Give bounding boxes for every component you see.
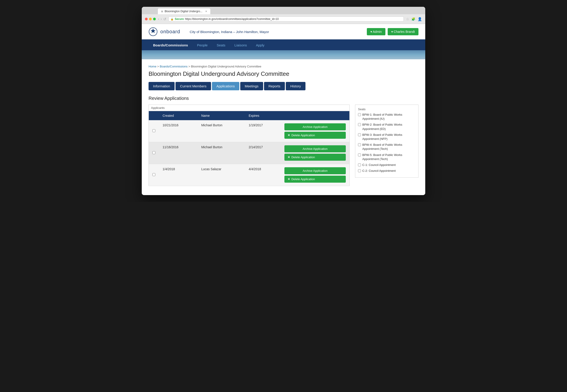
forward-button[interactable]: › [161,17,162,21]
seat-item: BPW-5: Board of Public Works Appointment… [358,153,415,161]
row1-archive-button[interactable]: Archive Application [284,123,346,130]
refresh-button[interactable]: ↺ [163,17,166,21]
section-title: Review Applications [149,96,418,101]
seat-item: BPW-3: Board of Public Works Appointment… [358,133,415,141]
row3-checkbox[interactable] [152,173,155,176]
row2-delete-button[interactable]: ✕ Delete Application [284,154,346,161]
bookmark-icon[interactable]: ☆ [406,17,409,21]
onboard-logo-icon [149,27,158,36]
nav-item-boards[interactable]: Boards/Commissions [149,40,192,50]
minimize-button[interactable] [149,18,152,20]
traffic-lights [145,18,156,20]
applicants-label: Applicants [149,105,350,111]
col-expires: Expires [245,111,281,120]
seat3-label: BPW-4: Board of Public Works Appointment… [362,143,415,151]
row2-archive-button[interactable]: Archive Application [284,145,346,152]
seat4-checkbox[interactable] [358,154,361,156]
seat3-checkbox[interactable] [358,143,361,146]
row3-expires: 4/4/2018 [245,164,281,186]
row3-delete-button[interactable]: ✕ Delete Application [284,176,346,183]
logo-text: onboard [160,29,180,35]
browser-nav: ‹ › ↺ [158,17,166,21]
row2-checkbox-cell [149,142,159,164]
row1-action-buttons: Archive Application ✕ Delete Application [284,123,346,139]
delete-x-icon: ✕ [288,177,290,181]
seat6-label: C-2: Council Appointment [362,169,396,173]
breadcrumb-boards[interactable]: Boards/Commissions [160,65,188,68]
seat-item: BPW-4: Board of Public Works Appointment… [358,143,415,151]
seat-item: BPW-2: Board of Public Works Appointment… [358,123,415,131]
row3-actions: Archive Application ✕ Delete Application [281,164,350,186]
admin-button[interactable]: ▾ Admin [367,28,385,35]
col-name: Name [198,111,245,120]
row3-name: Lucas Salazar [198,164,245,186]
seat1-checkbox[interactable] [358,123,361,126]
row1-delete-button[interactable]: ✕ Delete Application [284,132,346,139]
review-layout: Applicants Created Name Expires [149,105,418,186]
app-header: onboard City of Bloomington, Indiana – J… [142,24,425,40]
address-bar[interactable]: 🔒 Secure https://bloomington.in.gov/onbo… [169,16,404,22]
nav-item-seats[interactable]: Seats [212,40,230,50]
browser-tab[interactable]: 🗎 Bloomington Digital Undergro... ✕ [158,8,211,14]
seat0-label: BPW-1: Board of Public Works Appointment… [362,113,415,121]
table-row: 11/16/2016 Michael Burton 2/14/2017 Arch… [149,142,350,164]
row2-name: Michael Burton [198,142,245,164]
delete-x-icon: ✕ [288,134,290,137]
row1-checkbox-cell [149,120,159,142]
row3-delete-label: Delete Application [291,177,315,181]
row1-created: 10/21/2016 [159,120,198,142]
page-title: Bloomington Digital Underground Advisory… [149,70,418,77]
seat1-label: BPW-2: Board of Public Works Appointment… [362,123,415,131]
row1-name: Michael Burton [198,120,245,142]
row2-created: 11/16/2016 [159,142,198,164]
table-row: 1/4/2018 Lucas Salazar 4/4/2018 Archive … [149,164,350,186]
row2-checkbox[interactable] [152,151,155,154]
tab-title: Bloomington Digital Undergro... [165,10,202,13]
row3-checkbox-cell [149,164,159,186]
table-header-row: Created Name Expires [149,111,350,120]
svg-point-1 [152,31,154,33]
maximize-button[interactable] [153,18,156,20]
tab-meetings[interactable]: Meetings [240,82,263,90]
tab-buttons: Information Current Members Applications… [149,82,418,90]
seats-label: Seats [358,108,415,111]
extensions-icon[interactable]: 🧩 [411,17,415,21]
close-button[interactable] [145,18,148,20]
seats-section: Seats BPW-1: Board of Public Works Appoi… [355,105,418,178]
back-button[interactable]: ‹ [158,17,159,21]
nav-item-people[interactable]: People [192,40,212,50]
header-buttons: ▾ Admin ▾ Charles Brandt [367,28,418,35]
user-button[interactable]: ▾ Charles Brandt [388,28,418,35]
nav-item-liaisons[interactable]: Liaisons [230,40,251,50]
seat6-checkbox[interactable] [358,169,361,172]
row2-action-buttons: Archive Application ✕ Delete Application [284,145,346,161]
breadcrumb-committee: Bloomington Digital Underground Advisory… [191,65,261,68]
row2-delete-label: Delete Application [291,155,315,159]
tab-reports[interactable]: Reports [264,82,285,90]
tab-current-members[interactable]: Current Members [175,82,211,90]
browser-titlebar: ‹ › ↺ 🔒 Secure https://bloomington.in.go… [142,14,425,24]
org-name: City of Bloomington, Indiana – John Hami… [190,30,269,34]
table-row: 10/21/2016 Michael Burton 1/19/2017 Arch… [149,120,350,142]
breadcrumb: Home > Boards/Commissions > Bloomington … [149,65,418,68]
seat5-label: C-1: Council Appointment [362,163,396,167]
seat2-checkbox[interactable] [358,133,361,136]
seat5-checkbox[interactable] [358,163,361,166]
breadcrumb-sep1: > [157,65,160,68]
nav-item-apply[interactable]: Apply [251,40,269,50]
col-checkbox [149,111,159,120]
seat-item: C-1: Council Appointment [358,163,415,167]
row3-archive-button[interactable]: Archive Application [284,167,346,174]
user-account-icon[interactable]: 👤 [418,17,422,21]
tab-close-button[interactable]: ✕ [205,10,207,13]
tab-history[interactable]: History [286,82,305,90]
main-content: Home > Boards/Commissions > Bloomington … [142,59,425,195]
breadcrumb-home[interactable]: Home [149,65,156,68]
applicants-section: Applicants Created Name Expires [149,105,350,186]
hero-strip [142,50,425,59]
tab-information[interactable]: Information [149,82,175,90]
row1-checkbox[interactable] [152,129,155,132]
row2-expires: 2/14/2017 [245,142,281,164]
tab-applications[interactable]: Applications [212,82,239,90]
seat0-checkbox[interactable] [358,113,361,116]
